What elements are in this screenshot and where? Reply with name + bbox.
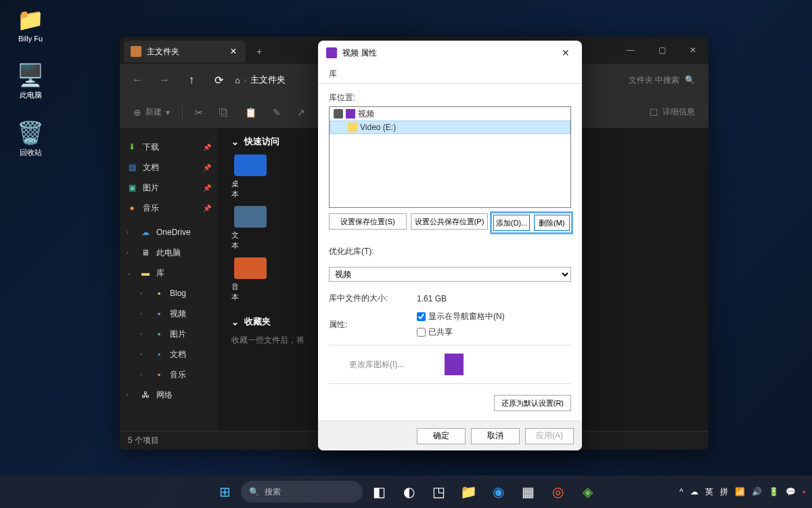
close-button[interactable]: ✕ [677,37,708,64]
sidebar-item-documents[interactable]: ▤文档📌 [120,157,218,177]
tile-desktop[interactable]: 桌本 [231,154,269,199]
desktop-icon-recycle-bin[interactable]: 🗑️ 回收站 [7,117,54,161]
desktop-icons: 📁 Billy Fu 🖥️ 此电脑 🗑️ 回收站 [7,3,54,174]
shared-checkbox[interactable]: 已共享 [417,326,571,338]
sidebar-library-videos[interactable]: ›▪视频 [120,303,218,324]
widgets-button[interactable]: ◐ [395,478,422,505]
desktop-icon-this-pc[interactable]: 🖥️ 此电脑 [7,59,54,103]
taskbar-app-2[interactable]: ▦ [514,478,541,505]
tray-app-icon[interactable]: ▪ [803,487,805,496]
paste-button[interactable]: 📋 [238,102,263,123]
add-button[interactable]: 添加(D)... [493,215,529,231]
taskbar-explorer[interactable]: 📁 [455,478,482,505]
tile-documents[interactable]: 文本 [231,206,269,251]
start-button[interactable]: ⊞ [211,478,238,505]
desktop-icon-label: 此电脑 [20,90,42,100]
sidebar-item-music[interactable]: ●音乐📌 [120,198,218,218]
size-label: 库中文件的大小: [329,293,417,304]
desktop-icon-user-folder[interactable]: 📁 Billy Fu [7,3,54,45]
rename-icon: ✎ [273,107,281,118]
ime-mode[interactable]: 拼 [720,486,728,498]
properties-dialog: 视频 属性 ✕ 库 库位置: 视频 Video (E:) 设置保存位置(S) 设… [318,41,582,450]
app-icon: ◳ [432,484,445,500]
taskbar-app-3[interactable]: ◎ [544,478,571,505]
desktop-icon [234,154,267,176]
notifications-button[interactable]: 💬 [786,487,796,496]
pc-icon: 🖥️ [17,62,44,89]
ime-lang[interactable]: 英 [705,486,713,498]
taskbar-app-1[interactable]: ◳ [425,478,452,505]
tray-overflow-button[interactable]: ^ [679,487,683,496]
music-icon [234,257,267,279]
sidebar-library-pictures[interactable]: ›▪图片 [120,324,218,344]
dialog-tab-library[interactable]: 库 [318,65,582,84]
sidebar-item-downloads[interactable]: ⬇下载📌 [120,137,218,157]
wifi-icon[interactable]: 📶 [735,487,745,496]
set-public-save-location-button[interactable]: 设置公共保存位置(P) [411,213,489,230]
cut-button[interactable]: ✂ [188,102,210,123]
maximize-button[interactable]: ▢ [646,37,677,64]
sidebar: ⬇下载📌 ▤文档📌 ▣图片📌 ●音乐📌 ›☁OneDrive ›🖥此电脑 ⌄▬库… [120,129,218,431]
taskbar-app-4[interactable]: ◈ [574,478,601,505]
document-icon [234,206,267,228]
restore-defaults-button[interactable]: 还原为默认设置(R) [494,395,571,411]
sidebar-item-this-pc[interactable]: ›🖥此电脑 [120,242,218,263]
sidebar-library-documents[interactable]: ›▪文档 [120,344,218,364]
tab-home[interactable]: 主文件夹 × [124,41,246,62]
chevron-right-icon: › [140,331,148,337]
rename-button[interactable]: ✎ [266,102,288,123]
sidebar-library-blog[interactable]: ›▪Blog [120,283,218,303]
app-icon: ▦ [522,484,535,500]
chevron-right-icon: › [127,249,135,256]
cancel-button[interactable]: 取消 [471,428,520,444]
battery-icon[interactable]: 🔋 [769,487,779,496]
search-box[interactable]: 文件夹 中搜索 🔍 [629,75,695,86]
new-button[interactable]: ⊕新建▾ [127,102,177,123]
share-button[interactable]: ↗ [290,102,312,123]
location-row-video-e[interactable]: Video (E:) [330,121,570,134]
tray-onedrive-icon[interactable]: ☁ [690,487,698,496]
task-view-icon: ◧ [373,484,386,500]
up-button[interactable]: ↑ [181,69,202,91]
copy-button[interactable]: ⿻ [212,102,235,123]
location-row-videos[interactable]: 视频 [330,107,570,121]
tile-music[interactable]: 音本 [231,257,269,302]
taskbar-search[interactable]: 🔍搜索 [241,481,363,503]
remove-button[interactable]: 删除(M) [534,215,570,231]
dialog-titlebar[interactable]: 视频 属性 ✕ [318,41,582,65]
taskbar-edge[interactable]: ◉ [484,478,512,505]
locations-listbox[interactable]: 视频 Video (E:) [329,106,571,208]
chevron-down-icon: ⌄ [231,137,239,147]
network-icon: 🖧 [140,389,151,400]
sidebar-library-music[interactable]: ›▪音乐 [120,364,218,385]
refresh-button[interactable]: ⟳ [208,69,229,91]
sidebar-item-network[interactable]: ›🖧网络 [120,385,218,405]
app-icon: ◈ [583,484,593,500]
sidebar-item-onedrive[interactable]: ›☁OneDrive [120,222,218,242]
breadcrumb-home[interactable]: ⌂ › 主文件夹 [235,74,286,86]
back-button[interactable]: ← [127,69,148,91]
sidebar-item-libraries[interactable]: ⌄▬库 [120,263,218,283]
ok-button[interactable]: 确定 [417,428,466,444]
new-tab-button[interactable]: + [248,41,270,62]
taskbar: ⊞ 🔍搜索 ◧ ◐ ◳ 📁 ◉ ▦ ◎ ◈ ^ ☁ 英 拼 📶 🔊 🔋 💬 ▪ [0,475,812,508]
dialog-close-button[interactable]: ✕ [558,45,574,61]
forward-button[interactable]: → [154,69,175,91]
show-in-nav-checkbox[interactable]: 显示在导航窗格中(N) [417,311,571,322]
video-icon [346,109,355,119]
video-library-icon [326,47,337,58]
optimize-select[interactable]: 视频 [329,267,571,282]
volume-icon[interactable]: 🔊 [752,487,762,496]
change-icon-button[interactable]: 更改库图标(I)... [349,359,404,371]
minimize-button[interactable]: — [615,37,646,64]
sidebar-item-pictures[interactable]: ▣图片📌 [120,177,218,198]
dialog-footer: 确定 取消 应用(A) [318,421,582,450]
desktop-icon-label: Billy Fu [18,35,43,43]
chevron-down-icon: ⌄ [127,270,135,276]
tab-close-button[interactable]: × [228,45,239,58]
set-save-location-button[interactable]: 设置保存位置(S) [329,213,407,230]
home-icon: ⌂ [235,75,240,85]
details-button[interactable]: ☐详细信息 [643,102,702,123]
task-view-button[interactable]: ◧ [365,478,392,505]
library-icon: ▬ [140,268,151,278]
